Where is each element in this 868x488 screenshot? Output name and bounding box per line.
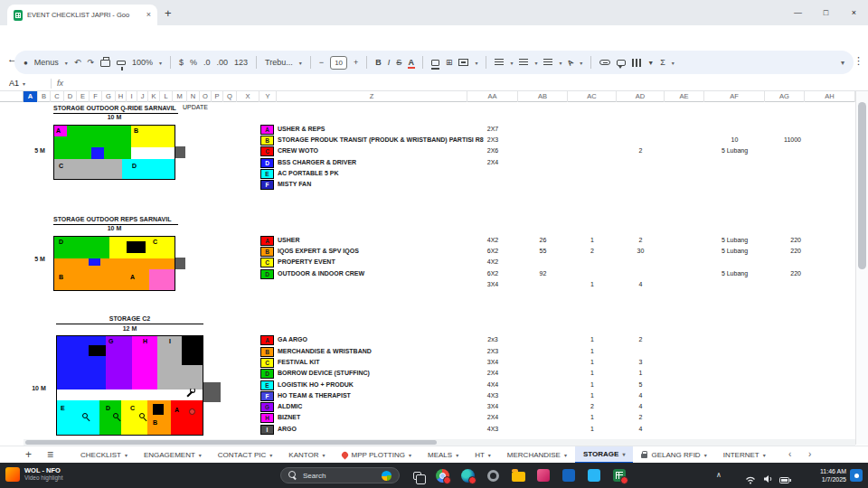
col-header[interactable]: AC [568, 91, 617, 102]
col-header[interactable]: AH [805, 91, 855, 102]
bold-button[interactable]: B [375, 58, 382, 67]
legend-color-cell[interactable]: D [260, 369, 274, 379]
qty-cell[interactable]: 1 [568, 370, 617, 376]
legend-name-cell[interactable]: OUTDOOR & INDOOR CREW [278, 270, 364, 277]
size-cell[interactable]: 2X4 [467, 370, 518, 376]
legend-name-cell[interactable]: ARGO [278, 426, 297, 432]
qty-cell[interactable]: 4 [617, 403, 665, 409]
qty-cell[interactable]: 220 [765, 237, 801, 243]
legend-name-cell[interactable]: CREW WOTO [278, 147, 318, 154]
sheet-tab-kantor[interactable]: KANTOR▾ [280, 446, 333, 464]
legend-color-cell[interactable]: C [260, 146, 274, 156]
qty-cell[interactable]: 1 [568, 336, 617, 343]
section-title[interactable]: STORAGE OUTDOOR Q-RIDE SARNAVIL [53, 103, 178, 114]
sheet-tab-contact-pic[interactable]: CONTACT PIC▾ [210, 446, 281, 464]
merge-cells-icon[interactable] [458, 59, 468, 66]
legend-name-cell[interactable]: MERCHANDISE & WRISTBAND [278, 348, 372, 354]
decrease-font-button[interactable]: − [319, 58, 324, 67]
col-header[interactable]: B [38, 91, 51, 102]
text-color-button[interactable]: A [408, 58, 414, 67]
legend-color-cell[interactable]: A [260, 236, 274, 246]
qty-cell[interactable]: 5 [617, 381, 665, 388]
store-app-button[interactable] [586, 467, 602, 483]
sheet-tab-gelang-rfid[interactable]: GELANG RFID▾ [633, 446, 714, 464]
legend-color-cell[interactable]: D [260, 269, 274, 279]
all-sheets-icon[interactable]: ≡ [47, 448, 53, 461]
notification-badge-icon[interactable] [850, 469, 863, 482]
qty-cell[interactable]: 2 [617, 414, 665, 420]
legend-color-cell[interactable]: C [260, 258, 274, 267]
battery-icon[interactable] [779, 472, 791, 488]
browser-tab[interactable]: EVENT CHECKLIST JAPRI - Goo × [7, 5, 157, 25]
select-all-corner[interactable] [0, 91, 24, 102]
legend-color-cell[interactable]: F [260, 391, 274, 401]
italic-button[interactable]: I [388, 58, 391, 67]
minimize-button[interactable]: — [784, 0, 812, 25]
col-header[interactable]: M [173, 91, 187, 102]
legend-name-cell[interactable]: LOGISTIK HO + PRODUK [278, 381, 354, 388]
section-title[interactable]: STORAGE C2 [56, 314, 203, 324]
size-cell[interactable]: 2X3 [467, 136, 518, 143]
strikethrough-button[interactable]: S [396, 58, 401, 67]
legend-name-cell[interactable]: IQOS EXPERT & SPV IQOS [278, 248, 359, 254]
qty-cell[interactable]: 1 [568, 359, 617, 365]
col-header[interactable]: Y [259, 91, 277, 102]
qty-cell[interactable]: 2 [617, 336, 665, 343]
size-cell[interactable]: 3X4 [467, 359, 518, 365]
qty-cell[interactable]: 10 [704, 136, 765, 143]
col-header[interactable]: O [200, 91, 212, 102]
legend-name-cell[interactable]: FESTIVAL KIT [278, 359, 319, 365]
settings-app-button[interactable] [485, 467, 501, 483]
increase-decimal-button[interactable]: .00 [217, 58, 229, 67]
section-title[interactable]: STORAGE OUTDOOR REPS SARNAVIL [53, 214, 178, 225]
col-header[interactable]: Z [277, 91, 467, 102]
qty-cell[interactable]: 1 [568, 381, 617, 388]
legend-name-cell[interactable]: HO TEAM & THERAPIST [278, 392, 351, 399]
maximize-button[interactable]: □ [812, 0, 840, 25]
legend-color-cell[interactable]: E [260, 380, 274, 390]
qty-cell[interactable]: 11000 [765, 136, 801, 143]
legend-color-cell[interactable]: B [260, 347, 274, 357]
col-header[interactable]: AB [518, 91, 568, 102]
tab-scroll-right-icon[interactable]: › [808, 449, 811, 459]
legend-name-cell[interactable]: USHER & REPS [278, 126, 326, 132]
lubang-cell[interactable]: 5 Lubang [704, 147, 765, 154]
paint-format-icon[interactable] [117, 61, 126, 65]
qty-cell[interactable]: 4 [617, 392, 665, 399]
col-header[interactable]: L [160, 91, 173, 102]
insert-chart-icon[interactable] [632, 59, 641, 67]
col-header[interactable]: D [64, 91, 77, 102]
undo-button[interactable]: ↶ [74, 58, 81, 67]
legend-color-cell[interactable]: F [260, 180, 274, 190]
tab-scroll-left-icon[interactable]: ‹ [788, 449, 791, 459]
chrome-app-button[interactable] [434, 467, 450, 483]
edge-app-button[interactable] [459, 467, 476, 483]
size-cell[interactable]: 4X3 [467, 426, 518, 432]
legend-name-cell[interactable]: BSS CHARGER & DRIVER [278, 159, 356, 165]
sheet-tab-engagement[interactable]: ENGAGEMENT▾ [136, 446, 210, 464]
width-label[interactable]: 10 M [53, 114, 175, 120]
text-rotation-icon[interactable]: A [566, 58, 575, 68]
size-cell[interactable]: 4X2 [467, 237, 518, 243]
size-cell[interactable]: 2X4 [467, 159, 518, 165]
legend-color-cell[interactable]: B [260, 247, 274, 257]
taskbar-clock[interactable]: 11:46 AM 1/7/2025 [808, 467, 846, 483]
col-header[interactable]: H [116, 91, 127, 102]
taskbar-search[interactable]: Search [280, 467, 400, 483]
col-header[interactable]: G [102, 91, 116, 102]
text-wrap-icon[interactable] [543, 59, 552, 66]
zoom-select[interactable]: 100% [132, 58, 153, 67]
qty-cell[interactable]: 26 [518, 237, 568, 243]
sheet-tab-storage-active[interactable]: STORAGE▾ [575, 446, 633, 464]
add-sheet-button[interactable]: + [25, 448, 32, 461]
percent-format-button[interactable]: % [190, 58, 197, 67]
increase-font-button[interactable]: + [354, 58, 358, 67]
sheet-tab-merchandise[interactable]: MERCHANDISE▾ [499, 446, 575, 464]
legend-name-cell[interactable]: BORROW DEVICE (STUFFINC) [278, 370, 370, 376]
legend-color-cell[interactable]: A [260, 335, 274, 345]
photos-app-button[interactable] [535, 467, 552, 483]
menus-icon[interactable]: ● [24, 59, 28, 67]
font-select[interactable]: Trebu... [265, 58, 293, 67]
number-format-button[interactable]: 123 [234, 58, 248, 67]
insert-link-icon[interactable] [599, 60, 610, 65]
